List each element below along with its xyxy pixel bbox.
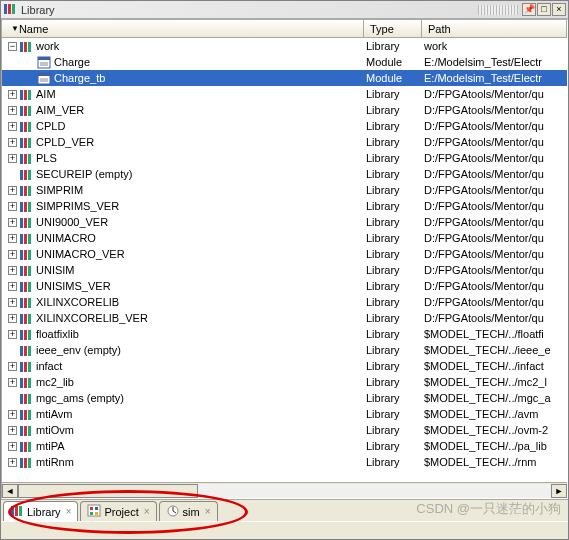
sim-icon: [166, 504, 180, 519]
library-icon: [19, 440, 33, 453]
row-label: XILINXCORELIB_VER: [36, 312, 148, 324]
expand-toggle[interactable]: [8, 330, 17, 339]
expand-toggle[interactable]: [8, 282, 17, 291]
expand-toggle[interactable]: [8, 442, 17, 451]
svg-rect-27: [24, 154, 27, 164]
scroll-right-button[interactable]: ►: [551, 484, 567, 498]
tree-row[interactable]: workLibrarywork: [2, 38, 567, 54]
tab-label: sim: [183, 506, 200, 518]
maximize-button[interactable]: □: [537, 3, 551, 16]
expand-toggle[interactable]: [8, 458, 17, 467]
tree-row[interactable]: CPLDLibraryD:/FPGAtools/Mentor/qu: [2, 118, 567, 134]
header-type[interactable]: Type: [364, 20, 422, 37]
header-name[interactable]: ▼ Name: [2, 20, 364, 37]
tree-rows[interactable]: workLibraryworkChargeModuleE:/Modelsim_T…: [2, 38, 567, 482]
tree-row[interactable]: XILINXCORELIB_VERLibraryD:/FPGAtools/Men…: [2, 310, 567, 326]
tree-row[interactable]: SECUREIP (empty)LibraryD:/FPGAtools/Ment…: [2, 166, 567, 182]
row-type: Library: [364, 424, 422, 436]
row-path: $MODEL_TECH/../rnm: [422, 456, 567, 468]
expand-toggle[interactable]: [8, 250, 17, 259]
tree-row[interactable]: SIMPRIMLibraryD:/FPGAtools/Mentor/qu: [2, 182, 567, 198]
svg-rect-62: [20, 346, 23, 356]
tree-row[interactable]: floatfixlibLibrary$MODEL_TECH/../floatfi: [2, 326, 567, 342]
horizontal-scrollbar[interactable]: ◄ ►: [2, 482, 567, 498]
panel-title: Library: [21, 4, 478, 16]
expand-toggle[interactable]: [8, 346, 17, 355]
tree-row[interactable]: CPLD_VERLibraryD:/FPGAtools/Mentor/qu: [2, 134, 567, 150]
row-label: AIM_VER: [36, 104, 84, 116]
tree-row[interactable]: UNISIMLibraryD:/FPGAtools/Mentor/qu: [2, 262, 567, 278]
titlebar-grip[interactable]: [478, 5, 518, 15]
svg-rect-59: [20, 330, 23, 340]
tab-close-icon[interactable]: ×: [66, 506, 72, 517]
header-name-label: Name: [19, 23, 48, 35]
tab-close-icon[interactable]: ×: [144, 506, 150, 517]
svg-rect-26: [20, 154, 23, 164]
tree-row[interactable]: AIMLibraryD:/FPGAtools/Mentor/qu: [2, 86, 567, 102]
expand-toggle[interactable]: [8, 266, 17, 275]
scroll-thumb[interactable]: [18, 484, 198, 498]
expand-toggle[interactable]: [8, 170, 17, 179]
tree-row[interactable]: ChargeModuleE:/Modelsim_Test/Electr: [2, 54, 567, 70]
row-type: Library: [364, 152, 422, 164]
tree-row[interactable]: mtiRnmLibrary$MODEL_TECH/../rnm: [2, 454, 567, 470]
tree-row[interactable]: ieee_env (empty)Library$MODEL_TECH/../ie…: [2, 342, 567, 358]
expand-toggle[interactable]: [8, 42, 17, 51]
tree-row[interactable]: mtiOvmLibrary$MODEL_TECH/../ovm-2: [2, 422, 567, 438]
tree-row[interactable]: mtiAvmLibrary$MODEL_TECH/../avm: [2, 406, 567, 422]
row-type: Library: [364, 216, 422, 228]
svg-rect-3: [20, 42, 23, 52]
expand-toggle[interactable]: [8, 298, 17, 307]
tree-row[interactable]: UNI9000_VERLibraryD:/FPGAtools/Mentor/qu: [2, 214, 567, 230]
tree-row[interactable]: UNIMACRO_VERLibraryD:/FPGAtools/Mentor/q…: [2, 246, 567, 262]
row-type: Library: [364, 200, 422, 212]
expand-toggle[interactable]: [26, 74, 35, 83]
tree-row[interactable]: mtiPALibrary$MODEL_TECH/../pa_lib: [2, 438, 567, 454]
library-icon: [19, 104, 33, 117]
tree-row[interactable]: AIM_VERLibraryD:/FPGAtools/Mentor/qu: [2, 102, 567, 118]
svg-rect-58: [28, 314, 31, 324]
expand-toggle[interactable]: [8, 138, 17, 147]
svg-rect-79: [28, 426, 31, 436]
tree-row[interactable]: PLSLibraryD:/FPGAtools/Mentor/qu: [2, 150, 567, 166]
tab-library[interactable]: Library×: [3, 501, 78, 521]
library-icon: [19, 152, 33, 165]
expand-toggle[interactable]: [8, 154, 17, 163]
panel-titlebar[interactable]: Library 📌 □ ×: [1, 1, 568, 19]
tab-close-icon[interactable]: ×: [205, 506, 211, 517]
row-label: mtiOvm: [36, 424, 74, 436]
tree-row[interactable]: Charge_tbModuleE:/Modelsim_Test/Electr: [2, 70, 567, 86]
expand-toggle[interactable]: [8, 106, 17, 115]
expand-toggle[interactable]: [8, 90, 17, 99]
tab-project[interactable]: Project×: [80, 501, 156, 521]
tree-row[interactable]: mc2_libLibrary$MODEL_TECH/../mc2_l: [2, 374, 567, 390]
header-path[interactable]: Path: [422, 20, 567, 37]
tree-row[interactable]: mgc_ams (empty)Library$MODEL_TECH/../mgc…: [2, 390, 567, 406]
expand-toggle[interactable]: [8, 394, 17, 403]
svg-rect-83: [20, 458, 23, 468]
expand-toggle[interactable]: [8, 378, 17, 387]
pin-button[interactable]: 📌: [522, 3, 536, 16]
svg-rect-67: [28, 362, 31, 372]
expand-toggle[interactable]: [8, 122, 17, 131]
expand-toggle[interactable]: [8, 234, 17, 243]
tree-row[interactable]: infactLibrary$MODEL_TECH/../infact: [2, 358, 567, 374]
tree-row[interactable]: XILINXCORELIBLibraryD:/FPGAtools/Mentor/…: [2, 294, 567, 310]
tree-row[interactable]: SIMPRIMS_VERLibraryD:/FPGAtools/Mentor/q…: [2, 198, 567, 214]
close-button[interactable]: ×: [552, 3, 566, 16]
expand-toggle[interactable]: [26, 58, 35, 67]
scroll-track[interactable]: [18, 484, 551, 498]
expand-toggle[interactable]: [8, 186, 17, 195]
tree-row[interactable]: UNISIMS_VERLibraryD:/FPGAtools/Mentor/qu: [2, 278, 567, 294]
expand-toggle[interactable]: [8, 314, 17, 323]
expand-toggle[interactable]: [8, 410, 17, 419]
expand-toggle[interactable]: [8, 426, 17, 435]
row-type: Module: [364, 56, 422, 68]
tree-row[interactable]: UNIMACROLibraryD:/FPGAtools/Mentor/qu: [2, 230, 567, 246]
expand-toggle[interactable]: [8, 202, 17, 211]
scroll-left-button[interactable]: ◄: [2, 484, 18, 498]
tab-sim[interactable]: sim×: [159, 501, 218, 521]
expand-toggle[interactable]: [8, 362, 17, 371]
row-type: Library: [364, 136, 422, 148]
expand-toggle[interactable]: [8, 218, 17, 227]
